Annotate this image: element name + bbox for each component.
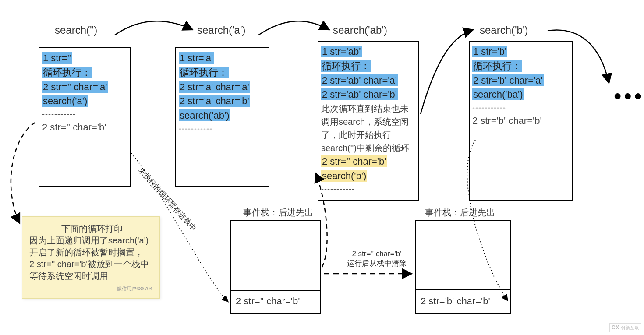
line: search('ba'): [472, 88, 570, 102]
note-line: -----------下面的循环打印: [29, 223, 152, 235]
line: 循环执行：: [472, 60, 570, 73]
diagram-canvas: search('') search('a') search('ab') sear…: [0, 0, 644, 335]
line: 2 str='b' char='a': [472, 74, 570, 88]
pending-line: 2 str='b' char='b': [472, 114, 570, 128]
line: 1 str='ab': [321, 45, 416, 59]
note-line: 此次循环直到结束也未: [321, 102, 416, 115]
line: 2 str='' char='a': [42, 81, 127, 94]
line: search('ab'): [179, 109, 266, 123]
line: 1 str='': [42, 52, 127, 65]
separator: -----------: [472, 102, 570, 113]
callframe-box-2: 1 str='a' 循环执行： 2 str='a' char='a' 2 str…: [175, 47, 269, 187]
note-line: 开启了新的循环被暂时搁置，: [29, 247, 152, 258]
line: 循环执行：: [179, 66, 266, 80]
separator: -----------: [179, 123, 266, 134]
separator: -----------: [42, 109, 127, 120]
line: 2 str='a' char='a': [179, 81, 266, 94]
note-line: 2 str='' char='b'被放到一个栈中: [29, 258, 152, 270]
stack-divider-1: [231, 290, 320, 291]
title-search-1: search(''): [55, 24, 97, 36]
stack-label-line: 2 str='' char='b': [340, 250, 414, 258]
callframe-box-1: 1 str='' 循环执行： 2 str='' char='a' search(…: [39, 47, 131, 187]
title-search-3: search('ab'): [333, 24, 387, 36]
stack-divider-2: [416, 289, 510, 290]
note-line: 了，此时开始执行: [321, 129, 416, 141]
separator: -----------: [321, 184, 416, 195]
stack-transition-label: 2 str='' char='b' 运行后从栈中清除: [340, 250, 414, 268]
line: 2 str='' char='b': [321, 155, 416, 169]
stack-row-2: 2 str='b' char='b': [421, 296, 490, 307]
note-line: 因为上面递归调用了search('a'): [29, 235, 152, 247]
ellipsis-icon: ●●●: [613, 88, 644, 104]
title-search-4: search('b'): [480, 24, 528, 36]
stack-label-line: 运行后从栈中清除: [340, 258, 414, 268]
line: 2 str='ab' char='a': [321, 74, 416, 88]
note-line: 等待系统空闲时调用: [29, 270, 152, 282]
note-line: 调用search，系统空闲: [321, 116, 416, 128]
pending-line: 2 str='' char='b': [42, 121, 127, 134]
yellow-note: -----------下面的循环打印 因为上面递归调用了search('a') …: [22, 216, 160, 299]
callframe-box-3: 1 str='ab' 循环执行： 2 str='ab' char='a' 2 s…: [318, 41, 419, 201]
line: 1 str='a': [179, 52, 266, 65]
line: search('b'): [321, 169, 416, 183]
watermark-logo: CX 创新互联: [609, 323, 641, 332]
stack-title-2: 事件栈：后进先出: [425, 207, 495, 219]
stack-title-1: 事件栈：后进先出: [243, 207, 313, 219]
callframe-box-4: 1 str='b' 循环执行： 2 str='b' char='a' searc…: [469, 41, 573, 201]
note-line: search('')中剩余的循环: [321, 142, 416, 154]
line: 循环执行：: [321, 60, 416, 73]
title-search-2: search('a'): [197, 24, 246, 36]
stack-row-1: 2 str='' char='b': [236, 296, 300, 307]
note-attribution: 微信用户686704: [29, 286, 152, 292]
line: 循环执行：: [42, 66, 127, 80]
line: 2 str='ab' char='b': [321, 88, 416, 102]
line: 1 str='b': [472, 45, 570, 59]
line: 2 str='a' char='b': [179, 95, 266, 108]
line: search('a'): [42, 95, 127, 108]
